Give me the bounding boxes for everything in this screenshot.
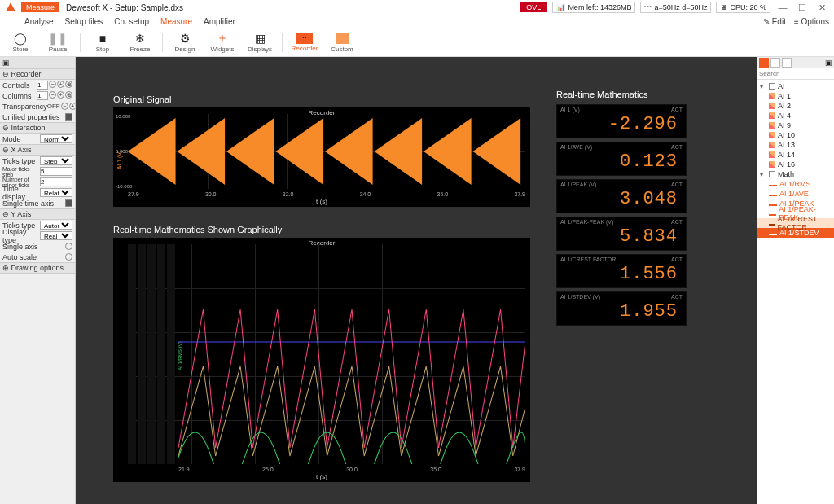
ovl-badge: OVL [520, 2, 547, 12]
minimize-button[interactable]: — [775, 2, 790, 12]
tab-analyse[interactable]: Analyse [24, 17, 54, 26]
section-interaction[interactable]: ⊖ Interaction [0, 122, 75, 134]
columns-input[interactable] [37, 91, 48, 100]
design-button[interactable]: ⚙Design [168, 28, 202, 56]
time-disp-select[interactable]: Relative [40, 188, 72, 197]
widgets-button[interactable]: ＋Widgets [205, 28, 239, 56]
recorder-icon: 〰 [296, 33, 313, 44]
single-time-check[interactable] [65, 199, 72, 207]
multiwave-icon [178, 244, 525, 464]
ticks-type-select[interactable]: Step [40, 156, 72, 165]
custom-icon [336, 32, 349, 45]
tree-tab-grid[interactable] [770, 58, 780, 68]
mem-stat: 📊Mem left: 14326MB [552, 2, 635, 13]
options-menu[interactable]: ≡ Options [794, 17, 829, 26]
readout-stdev[interactable]: AI 1/STDEV (V)ACT1.955 [556, 291, 687, 326]
store-button[interactable]: ◯Store [3, 28, 37, 56]
tree-math-item[interactable]: AI 1/CREST FACTOR [757, 218, 834, 228]
disp-type-select[interactable]: Real value [40, 231, 72, 240]
tree-ai-item[interactable]: AI 13 [757, 140, 834, 150]
menu-bar: Analyse Setup files Ch. setup Measure Am… [0, 15, 834, 28]
single-axis-label: Single axis [2, 243, 38, 251]
rt-math-title: Real-time Mathematics [556, 90, 647, 99]
rt-graph-title: Real-time Mathematics Shown Graphically [113, 225, 282, 234]
section-yaxis[interactable]: ⊖ Y Axis [0, 208, 75, 220]
tree-ai-item[interactable]: AI 1 [757, 91, 834, 101]
section-xaxis[interactable]: ⊖ X Axis [0, 144, 75, 156]
tab-amplifier[interactable]: Amplifier [204, 17, 235, 26]
auto-scale-radio[interactable] [65, 253, 72, 261]
minor-num-input[interactable] [40, 177, 72, 186]
pause-icon: ❚❚ [51, 32, 64, 45]
tree-math-item[interactable]: AI 1/AVE [757, 189, 834, 199]
original-signal-plot[interactable]: Recorder AI 1 (V) 10.0000.000-10.000 27.… [113, 107, 530, 207]
tab-measure[interactable]: Measure [160, 17, 192, 26]
single-axis-radio[interactable] [65, 243, 72, 250]
tree-ai-item[interactable]: AI 2 [757, 101, 834, 111]
unified-label: Unified properties [2, 113, 60, 121]
rt-math-readouts: AI 1 (V)ACT-2.296 AI 1/AVE (V)ACT0.123 A… [556, 104, 687, 329]
columns-label: Columns [2, 92, 32, 100]
close-button[interactable]: ✕ [814, 2, 829, 13]
section-recorder[interactable]: ⊖ Recorder [0, 68, 75, 80]
tab-setup-files[interactable]: Setup files [65, 17, 103, 26]
tree-ai-item[interactable]: AI 16 [757, 160, 834, 169]
tree-search-input[interactable] [759, 70, 834, 77]
snowflake-icon: ❄ [134, 32, 147, 45]
major-step-input[interactable] [40, 167, 72, 176]
readout-ave[interactable]: AI 1/AVE (V)ACT0.123 [556, 142, 687, 176]
gear-icon: ⚙ [178, 32, 191, 45]
mode-select[interactable]: Normal [40, 134, 72, 143]
plus-icon: ＋ [216, 32, 229, 45]
stop-button[interactable]: ■Stop [86, 28, 120, 56]
readout-peak[interactable]: AI 1/PEAK (V)ACT3.048 [556, 179, 687, 213]
toolbar: ◯Store ❚❚Pause ■Stop ❄Freeze ⚙Design ＋Wi… [0, 28, 834, 57]
readout-ai1[interactable]: AI 1 (V)ACT-2.296 [556, 104, 687, 138]
plot2-xlabel: t (s) [316, 473, 327, 480]
transparency-label: Transparency [2, 103, 47, 111]
section-drawing[interactable]: ⊕ Drawing options [0, 262, 75, 274]
pause-button[interactable]: ❚❚Pause [41, 28, 75, 56]
rt-math-plot[interactable]: Recorder AI 1/STDEV (-) AI 1/CREST FACTO… [113, 238, 530, 482]
edit-menu[interactable]: ✎ Edit [763, 17, 786, 26]
time-disp-label: Time display [2, 185, 40, 201]
readout-peakpeak[interactable]: AI 1/PEAK-PEAK (V)ACT5.834 [556, 217, 687, 251]
title-bar: Measure Dewesoft X - Setup: Sample.dxs O… [0, 0, 834, 15]
window-title: Dewesoft X - Setup: Sample.dxs [66, 3, 183, 12]
tree-ai-item[interactable]: AI 14 [757, 150, 834, 160]
yticks-type-select[interactable]: Automatic [40, 221, 72, 230]
tree-root-math[interactable]: ▾Math [757, 169, 834, 179]
major-step-label: Major ticks step [2, 166, 40, 177]
tree-ai-item[interactable]: AI 10 [757, 130, 834, 140]
displays-button[interactable]: ▦Displays [243, 28, 277, 56]
recorder-button[interactable]: 〰Recorder [288, 28, 322, 56]
single-time-label: Single time axis [2, 199, 54, 208]
maximize-button[interactable]: ☐ [795, 2, 810, 13]
record-icon: ◯ [14, 32, 27, 45]
tree-root-ai[interactable]: ▾AI [757, 81, 834, 91]
readout-crest[interactable]: AI 1/CREST FACTORACT1.556 [556, 254, 687, 288]
disp-type-label: Display type [2, 228, 40, 244]
display-canvas: Original Signal Recorder AI 1 (V) 10.000… [76, 57, 757, 504]
channel-tree-panel: ▣ 🔍 ▾AI AI 1 AI 2 AI 4 AI 9 AI 10 AI 13 … [757, 57, 834, 504]
unified-check[interactable] [65, 113, 72, 121]
freq-stat: 〰a=50Hz d=50Hz [640, 2, 711, 13]
mode-pill: Measure [21, 2, 59, 12]
tree-math-item[interactable]: AI 1/RMS [757, 179, 834, 189]
freeze-button[interactable]: ❄Freeze [123, 28, 157, 56]
tree-tab-cursor[interactable] [782, 58, 792, 68]
custom-button[interactable]: Custom [325, 28, 359, 56]
stop-icon: ■ [96, 32, 109, 45]
app-logo-icon [5, 2, 16, 13]
tree-tab-list[interactable] [759, 58, 769, 68]
tab-ch-setup[interactable]: Ch. setup [114, 17, 149, 26]
tree-collapse-icon[interactable]: ▣ [825, 59, 832, 67]
tree-ai-item[interactable]: AI 4 [757, 111, 834, 121]
panel-toggle-icon[interactable]: ▣ [2, 59, 10, 67]
controls-input[interactable] [37, 81, 48, 90]
tree-ai-item[interactable]: AI 9 [757, 121, 834, 130]
orig-signal-title: Original Signal [113, 94, 172, 104]
cpu-stat: 🖥CPU: 20 % [716, 2, 770, 13]
waveform-icon [128, 114, 525, 189]
plot1-xlabel: t (s) [316, 198, 327, 205]
